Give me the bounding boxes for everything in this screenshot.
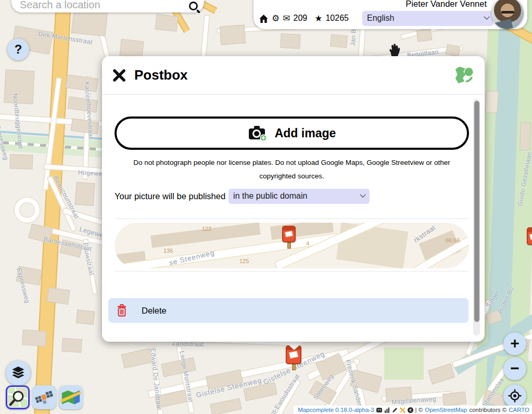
star-icon: ★ [314,14,322,23]
map-building [446,45,460,57]
map-building [486,91,499,112]
user-avatar[interactable] [491,0,524,29]
search-icon[interactable] [189,2,198,10]
home-icon[interactable] [259,14,269,23]
style-button-map[interactable] [59,385,83,409]
map-building [281,34,300,48]
help-label: ? [15,42,22,57]
map-building [77,310,94,324]
minimap-building [336,223,409,268]
style-button-satellite[interactable] [32,385,56,409]
postbox-marker-partial[interactable] [527,227,532,251]
camera-plus-icon [248,125,268,141]
map-building [22,330,46,346]
minimap-housenumber: 4 [306,240,309,247]
avatar-graphic [501,11,514,14]
language-value: English [367,14,394,23]
minimap-postbox-marker [282,226,296,249]
layers-button[interactable] [6,360,31,385]
layers-icon [10,366,26,380]
street-label: Pauwstraat [82,242,96,276]
minimap-housenumber: 122 [202,226,211,232]
postbox-popup: Postbox Add image Do not photograph p [102,56,485,342]
osm-map-icon [8,387,28,407]
mapcomplete-logo-icon [454,66,474,85]
minus-icon: − [510,360,520,376]
user-name: Pieter Vander Vennet [406,0,487,9]
plus-icon: + [510,335,520,351]
search-input[interactable] [19,0,189,11]
attribution-bar: Mapcomplete 0.18.0-alpha-3 | © OpenStree… [294,406,532,414]
map-roundabout [15,198,40,223]
map-building [156,15,178,31]
map-building [62,339,82,352]
crosshair-icon [508,389,522,403]
map-building [66,75,98,92]
app-viewport: Dirk Martensstraat Expressweg Expressweg… [0,0,532,414]
style-button-osm[interactable] [6,385,30,409]
add-image-label: Add image [275,126,336,140]
popup-body: Add image Do not photograph people nor l… [102,95,485,341]
mapcomplete-version-link[interactable]: Mapcomplete 0.18.0-alpha-3 [298,407,374,413]
map-building [161,358,196,377]
close-icon[interactable] [112,69,126,82]
popup-pointer [284,341,305,350]
pickaxe-icon[interactable] [400,407,406,413]
user-panel: Pieter Vander Vennet ⚙ ✉ 209 ★ 10265 Eng… [254,0,527,29]
basemap-style-row [6,385,83,409]
map-building [72,9,107,36]
hand-cursor-icon [386,42,402,57]
edit-pencil-icon[interactable] [392,407,398,413]
map-building [47,288,69,304]
statistics-icon[interactable] [384,407,390,413]
folded-map-icon [61,389,81,406]
map-building [331,35,347,48]
minimap-housenumber: 66;66 [446,237,460,243]
messages-icon[interactable]: ✉ [283,14,290,23]
user-row: ⚙ ✉ 209 ★ 10265 English [259,10,512,26]
zoom-in-button[interactable]: + [503,332,526,355]
map-building [75,183,95,205]
minimap-housenumber: 136 [163,248,173,254]
minimap-housenumber: 125 [239,258,249,264]
popup-header: Postbox [102,56,485,95]
settings-gear-icon[interactable]: ⚙ [272,14,280,23]
delete-label: Delete [142,306,167,316]
osm-link[interactable]: OpenStreetMap [425,407,467,413]
popup-scrollbar [473,99,480,335]
avatar-graphic [493,19,513,29]
license-note: Do not photograph people nor license pla… [115,156,469,183]
map-building [120,40,144,57]
map-park [384,347,424,380]
satellite-icon [34,387,54,407]
star-count: 10265 [325,14,349,23]
add-image-button[interactable]: Add image [115,117,469,150]
street-label: Edward De Janstraat [149,348,163,410]
help-button[interactable]: ? [7,38,29,60]
language-select[interactable]: English [362,11,493,26]
trash-icon [117,304,127,317]
map-building [428,364,454,384]
popup-title: Postbox [134,67,188,83]
circle-arrow-icon[interactable] [408,407,413,413]
street-label: Jan B [349,29,357,46]
map-building [520,123,530,150]
map-building [68,97,98,112]
map-building [122,349,152,368]
community-icon[interactable] [376,407,382,413]
popup-minimap[interactable]: 122 136 125 4 66;66 rkstraat se Steenweg [115,223,469,268]
geolocate-button[interactable] [503,384,526,407]
divider [115,218,469,219]
divider [115,271,469,271]
chevron-down-icon [360,192,365,198]
map-building [220,25,245,44]
image-license-value: in the public domain [233,191,307,201]
popup-scrollbar-thumb[interactable] [474,101,479,322]
zoom-out-button[interactable]: − [503,357,526,380]
image-license-select[interactable]: in the public domain [229,189,370,204]
minimap-street-label: se Steenweg [168,249,215,267]
carto-link[interactable]: CARTO [509,407,529,413]
search-bar [11,0,204,12]
delete-button[interactable]: Delete [108,298,468,323]
attribution-contributors: contributors © [469,407,506,413]
